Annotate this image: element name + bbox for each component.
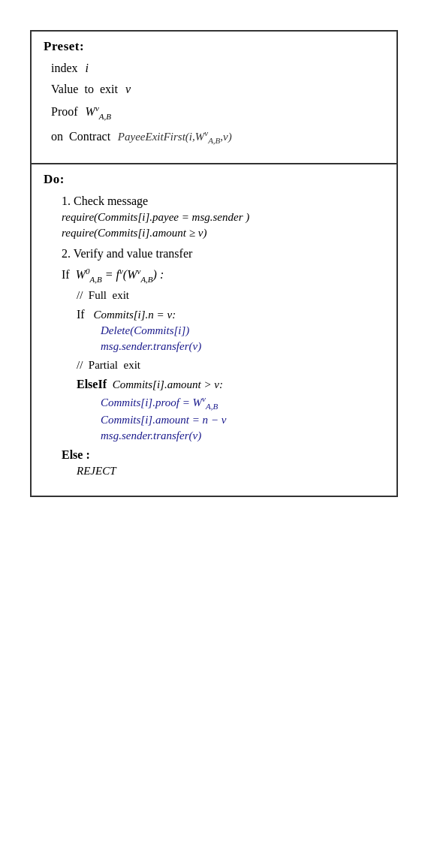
contract-function: PayeeExitFirst(i,WvA,B,v) — [115, 128, 232, 145]
index-label: index — [51, 62, 78, 75]
delete-line: Delete(Commits[i]) — [44, 324, 384, 337]
preset-value: Value to exit v — [44, 83, 384, 96]
transfer-1: msg.sender.transfer(v) — [44, 340, 384, 353]
preset-proof: Proof WvA,B — [44, 104, 384, 121]
if-commits-n: If Commits[i].n = v: — [44, 308, 384, 321]
commits-amount-expr: Commits[i].amount = n − v — [101, 414, 226, 426]
commits-proof-expr: Commits[i].proof = WvA,B — [101, 394, 218, 411]
if-condition-math: W0A,B = fv(WvA,B) : — [76, 267, 164, 284]
transfer-call-1: msg.sender.transfer(v) — [101, 340, 201, 353]
contract-label: on Contract — [51, 130, 110, 143]
transfer-call-2: msg.sender.transfer(v) — [101, 429, 201, 442]
reject-text: REJECT — [77, 465, 116, 478]
value-label: Value to exit — [51, 83, 118, 96]
full-exit-comment: // Full exit — [44, 289, 384, 302]
if-main: If W0A,B = fv(WvA,B) : — [44, 267, 384, 284]
else-line: Else : — [44, 448, 384, 462]
step-1-header: 1. Check message — [44, 194, 384, 208]
do-header: Do: — [44, 172, 384, 187]
elseif-condition: Commits[i].amount > v: — [110, 378, 223, 391]
algorithm-box: Preset: index i Value to exit v Proof Wv… — [30, 30, 398, 497]
delete-call: Delete(Commits[i]) — [101, 324, 189, 337]
proof-var: WvA,B — [83, 104, 111, 121]
require-2: require(Commits[i].amount ≥ v) — [44, 227, 384, 240]
elseif-keyword: ElseIf — [77, 378, 107, 391]
step-2-header: 2. Verify and value transfer — [44, 247, 384, 261]
require-1: require(Commits[i].payee = msg.sender ) — [44, 211, 384, 224]
if-inner-keyword: If — [77, 308, 85, 321]
step-1-number: 1. Check message — [62, 194, 148, 207]
reject-line: REJECT — [44, 465, 384, 478]
preset-header: Preset: — [44, 39, 384, 54]
transfer-2: msg.sender.transfer(v) — [44, 429, 384, 442]
index-var: i — [83, 62, 89, 75]
value-var: v — [122, 83, 131, 96]
proof-label: Proof — [51, 105, 78, 119]
else-keyword: Else : — [62, 448, 90, 462]
if-keyword: If — [62, 268, 70, 282]
preset-contract: on Contract PayeeExitFirst(i,WvA,B,v) — [44, 128, 384, 145]
preset-section: Preset: index i Value to exit v Proof Wv… — [32, 32, 396, 164]
if-inner-condition: Commits[i].n = v: — [91, 309, 176, 321]
commits-proof: Commits[i].proof = WvA,B — [44, 394, 384, 411]
commits-amount: Commits[i].amount = n − v — [44, 414, 384, 426]
elseif-line: ElseIf Commits[i].amount > v: — [44, 378, 384, 391]
preset-index: index i — [44, 62, 384, 75]
do-section: Do: 1. Check message require(Commits[i].… — [32, 164, 396, 496]
partial-exit-comment: // Partial exit — [44, 359, 384, 372]
